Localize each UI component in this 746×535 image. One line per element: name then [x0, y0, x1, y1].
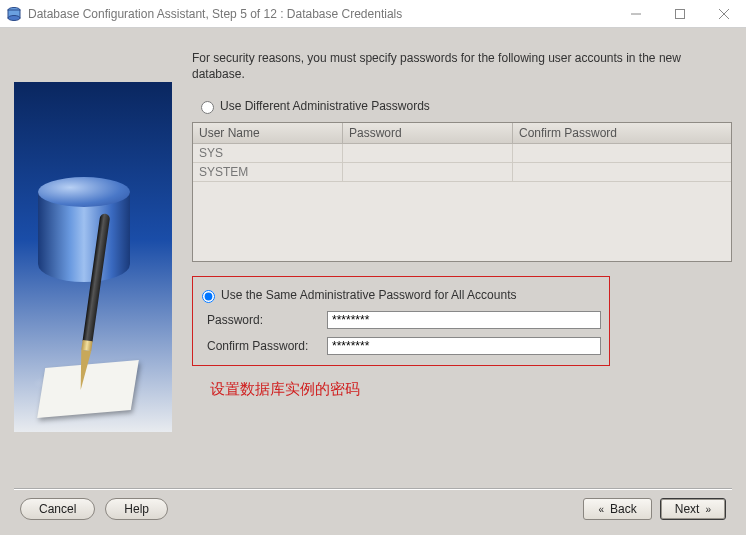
confirm-password-label: Confirm Password: — [207, 339, 327, 353]
window-title: Database Configuration Assistant, Step 5… — [28, 7, 614, 21]
next-button[interactable]: Next » — [660, 498, 726, 520]
radio-same-label: Use the Same Administrative Password for… — [221, 288, 516, 302]
table-row: SYSTEM — [193, 163, 731, 182]
password-label: Password: — [207, 313, 327, 327]
annotation-text: 设置数据库实例的密码 — [210, 380, 732, 399]
cell-username: SYSTEM — [193, 163, 343, 181]
highlight-annotation-box: Use the Same Administrative Password for… — [192, 276, 610, 366]
close-button[interactable] — [702, 0, 746, 28]
cell-password[interactable] — [343, 163, 513, 181]
cell-password[interactable] — [343, 144, 513, 162]
app-icon — [6, 6, 22, 22]
title-bar: Database Configuration Assistant, Step 5… — [0, 0, 746, 28]
col-header-password: Password — [343, 123, 513, 143]
radio-different-label: Use Different Administrative Passwords — [220, 99, 430, 113]
wizard-footer: Cancel Help « Back Next » — [14, 488, 732, 528]
col-header-username: User Name — [193, 123, 343, 143]
chevron-right-icon: » — [705, 504, 711, 515]
cell-username: SYS — [193, 144, 343, 162]
radio-same-input[interactable] — [202, 290, 215, 303]
help-button[interactable]: Help — [105, 498, 168, 520]
confirm-password-input[interactable] — [327, 337, 601, 355]
col-header-confirm: Confirm Password — [513, 123, 731, 143]
credentials-table: User Name Password Confirm Password SYS … — [192, 122, 732, 262]
radio-same-password[interactable]: Use the Same Administrative Password for… — [197, 287, 601, 303]
cell-confirm[interactable] — [513, 144, 731, 162]
wizard-sidebar-image — [14, 82, 172, 432]
radio-different-input[interactable] — [201, 101, 214, 114]
svg-point-2 — [8, 15, 20, 20]
chevron-left-icon: « — [598, 504, 604, 515]
password-input[interactable] — [327, 311, 601, 329]
main-panel: For security reasons, you must specify p… — [172, 42, 732, 488]
intro-text: For security reasons, you must specify p… — [192, 50, 732, 82]
table-row: SYS — [193, 144, 731, 163]
back-button[interactable]: « Back — [583, 498, 651, 520]
maximize-button[interactable] — [658, 0, 702, 28]
window-controls — [614, 0, 746, 28]
radio-different-passwords[interactable]: Use Different Administrative Passwords — [196, 98, 732, 114]
cancel-button[interactable]: Cancel — [20, 498, 95, 520]
svg-rect-4 — [676, 9, 685, 18]
cell-confirm[interactable] — [513, 163, 731, 181]
minimize-button[interactable] — [614, 0, 658, 28]
